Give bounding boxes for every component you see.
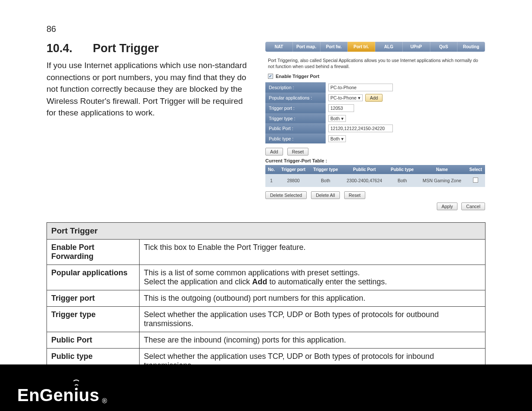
desc-k-2: Trigger port xyxy=(47,290,140,307)
cancel-button[interactable]: Cancel xyxy=(461,202,485,210)
cell-trigger-type: Both xyxy=(309,174,342,187)
trigger-type-select[interactable]: Both ▾ xyxy=(328,115,346,122)
page-number: 86 xyxy=(47,24,485,34)
wifi-icon xyxy=(72,380,81,390)
tab-qos[interactable]: QoS xyxy=(430,42,458,52)
cell-public-type: Both xyxy=(387,174,417,187)
cell-trigger-port: 28800 xyxy=(277,174,309,187)
th-name: Name xyxy=(417,165,466,174)
cell-public-port: 2300-2400,47624 xyxy=(342,174,387,187)
cell-name: MSN Gaming Zone xyxy=(417,174,466,187)
public-type-label: Public type : xyxy=(265,134,326,143)
popular-apps-select[interactable]: PC-to-Phone ▾ xyxy=(328,94,363,101)
delete-selected-button[interactable]: Delete Selected xyxy=(265,191,307,199)
desc-table-title: Port Trigger xyxy=(47,223,485,240)
desc-v-4: These are the inbound (incoming) ports f… xyxy=(140,332,485,349)
th-public-type: Public type xyxy=(387,165,417,174)
add-button[interactable]: Add xyxy=(265,148,283,156)
desc-k-1: Popular applications xyxy=(47,265,140,290)
popular-apps-value: PC-to-Phone xyxy=(330,95,357,100)
registered-icon: ® xyxy=(102,397,107,405)
row-select-checkbox[interactable] xyxy=(473,177,478,183)
tab-port-tri[interactable]: Port tri. xyxy=(348,42,375,52)
enable-trigger-label: Enable Trigger Port xyxy=(276,74,319,79)
trigger-port-label: Trigger port : xyxy=(265,103,326,113)
tab-port-fw[interactable]: Port fw. xyxy=(320,42,348,52)
public-port-input[interactable]: 12120,12122,24150-24220 xyxy=(328,125,393,132)
tab-routing[interactable]: Routing xyxy=(457,42,485,52)
desc-v-1-post: to automatically enter the settings. xyxy=(267,277,387,286)
router-tabs: NAT Port map. Port fw. Port tri. ALG UPn… xyxy=(265,42,485,52)
page-footer: EnGen i us ® xyxy=(0,364,532,411)
section-number: 10.4. xyxy=(47,42,90,55)
th-trigger-port: Trigger port xyxy=(277,165,309,174)
th-select: Select xyxy=(467,165,485,174)
tab-upnp[interactable]: UPnP xyxy=(403,42,430,52)
reset-button[interactable]: Reset xyxy=(287,148,308,156)
th-trigger-type: Trigger type xyxy=(309,165,342,174)
th-no: No. xyxy=(265,165,277,174)
enable-trigger-checkbox[interactable]: ✓ xyxy=(268,74,273,79)
desc-k-3: Trigger type xyxy=(47,307,140,332)
tab-port-map[interactable]: Port map. xyxy=(293,42,320,52)
router-ui-screenshot: NAT Port map. Port fw. Port tri. ALG UPn… xyxy=(265,42,485,210)
logo-text-left: EnGen xyxy=(17,386,74,405)
description-table: Port Trigger Enable Port Forwarding Tick… xyxy=(47,222,485,374)
trigger-type-value: Both xyxy=(330,116,340,121)
trigger-type-label: Trigger type : xyxy=(265,113,326,123)
intro-paragraph: If you use Internet applications which u… xyxy=(47,59,253,119)
router-intro-text: Port Triggering, also called Special App… xyxy=(268,58,482,69)
trigger-table-title: Current Trigger-Port Table : xyxy=(265,158,485,163)
th-public-port: Public Port xyxy=(342,165,387,174)
trigger-port-table: No. Trigger port Trigger type Public Por… xyxy=(265,165,485,187)
desc-k-4: Public Port xyxy=(47,332,140,349)
desc-v-0: Tick this box to Enable the Port Trigger… xyxy=(140,240,485,265)
trigger-form: Description : PC-to-Phone Popular applic… xyxy=(265,82,485,143)
desc-v-1-bold: Add xyxy=(252,277,267,286)
popular-apps-label: Popular applications : xyxy=(265,93,326,103)
popular-add-button[interactable]: Add xyxy=(365,94,383,102)
section-title: Port Trigger xyxy=(93,42,159,55)
engenius-logo: EnGen i us ® xyxy=(17,386,107,405)
logo-text-right: us xyxy=(79,386,100,405)
reset-table-button[interactable]: Reset xyxy=(344,191,365,199)
delete-all-button[interactable]: Delete All xyxy=(311,191,339,199)
tab-nat[interactable]: NAT xyxy=(265,42,293,52)
description-label: Description : xyxy=(265,82,326,93)
table-row: 1 28800 Both 2300-2400,47624 Both MSN Ga… xyxy=(265,174,485,187)
section-heading: 10.4. Port Trigger xyxy=(47,42,253,55)
desc-v-3: Select whether the application uses TCP,… xyxy=(140,307,485,332)
cell-no: 1 xyxy=(265,174,277,187)
desc-k-0: Enable Port Forwarding xyxy=(47,240,140,265)
desc-v-1: This is a list of some common applicatio… xyxy=(140,265,485,290)
tab-alg[interactable]: ALG xyxy=(375,42,403,52)
apply-button[interactable]: Apply xyxy=(437,202,457,210)
description-input[interactable]: PC-to-Phone xyxy=(328,84,393,91)
public-type-value: Both xyxy=(330,136,340,141)
trigger-port-input[interactable]: 12053 xyxy=(328,104,354,112)
public-type-select[interactable]: Both ▾ xyxy=(328,135,346,142)
public-port-label: Public Port : xyxy=(265,123,326,134)
desc-v-2: This is the outgoing (outbound) port num… xyxy=(140,290,485,307)
